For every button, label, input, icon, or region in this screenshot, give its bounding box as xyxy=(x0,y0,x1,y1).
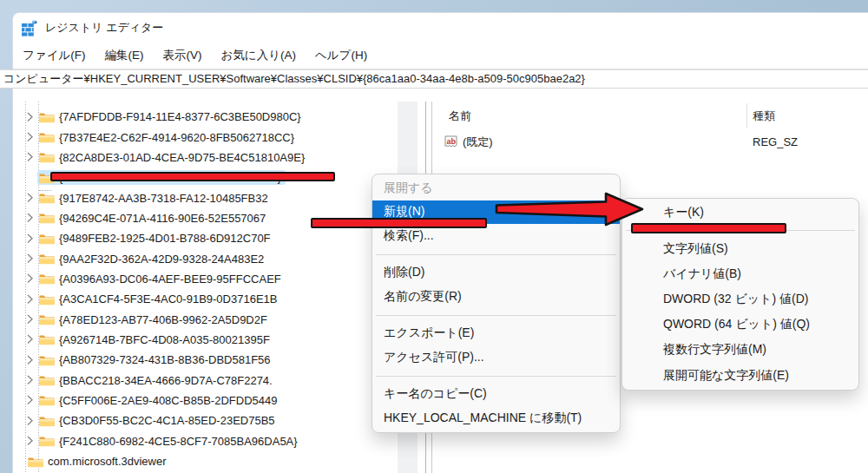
tree-item[interactable]: {9AA2F32D-362A-42D9-9328-24A483E2 xyxy=(13,248,398,268)
submenu-item-dword-value[interactable]: DWORD (32 ビット) 値(D) xyxy=(622,286,858,312)
folder-icon xyxy=(39,233,55,245)
registry-editor-icon xyxy=(21,20,37,36)
tree-item[interactable]: {A0396A93-DC06-4AEF-BEE9-95FFCCAEF xyxy=(13,269,398,289)
folder-icon xyxy=(39,415,55,427)
annotation-underline-key xyxy=(631,223,786,233)
svg-text:ab: ab xyxy=(446,137,456,146)
menu-help[interactable]: ヘルプ(H) xyxy=(306,44,377,67)
folder-icon xyxy=(39,354,55,366)
tree-item[interactable]: {F241C880-6982-4CE5-8CF7-7085BA96DA5A} xyxy=(13,431,398,451)
tree-item[interactable]: com.microsoft.3dviewer xyxy=(13,451,398,471)
menu-edit[interactable]: 編集(E) xyxy=(95,44,154,67)
tree-item[interactable]: {A78ED123-AB77-406B-9962-2A5D9D2F xyxy=(13,309,398,329)
value-type: REG_SZ xyxy=(753,135,798,148)
menu-view[interactable]: 表示(V) xyxy=(154,44,212,67)
menu-item-delete[interactable]: 削除(D) xyxy=(372,261,620,286)
tree-item-label: {A3CA1CF4-5F3E-4AC0-91B9-0D3716E1B xyxy=(59,292,277,305)
annotation-underline-selected-key xyxy=(50,172,335,181)
submenu-item-string-value[interactable]: 文字列値(S) xyxy=(622,236,858,261)
tree-item[interactable]: {BBACC218-34EA-4666-9D7A-C78F2274. xyxy=(13,370,398,390)
submenu-item-binary-value[interactable]: バイナリ値(B) xyxy=(622,261,858,286)
tree-item-label: {94269C4E-071A-4116-90E6-52E557067 xyxy=(59,212,266,225)
folder-icon xyxy=(39,151,55,163)
tree-item-label: {82CA8DE3-01AD-4CEA-9D75-BE4C51810A9E} xyxy=(59,151,305,164)
menu-item-rename[interactable]: 名前の変更(R) xyxy=(372,285,620,309)
folder-icon xyxy=(39,394,55,406)
folder-icon xyxy=(39,212,55,224)
column-header-name[interactable]: 名前 xyxy=(449,105,471,127)
submenu-item-qword-value[interactable]: QWORD (64 ビット) 値(Q) xyxy=(622,312,858,338)
desktop: レジストリ エディター ファイル(F) 編集(E) 表示(V) お気に入り(A)… xyxy=(0,0,868,473)
tree-item-label: {C5FF006E-2AE9-408C-B85B-2DFDD5449 xyxy=(59,394,277,407)
tree-item-label: {F241C880-6982-4CE5-8CF7-7085BA96DA5A} xyxy=(59,435,298,448)
folder-icon xyxy=(28,456,43,468)
tree-item-label: {CB3D0F55-BC2C-4C1A-85ED-23ED75B5 xyxy=(59,414,275,427)
value-name: (既定) xyxy=(463,135,493,150)
tree-item[interactable]: {7AFDFDDB-F914-11E4-8377-6C3BE50D980C} xyxy=(13,107,398,127)
tree-item[interactable]: {917E8742-AA3B-7318-FA12-10485FB32 xyxy=(13,187,398,207)
folder-icon xyxy=(39,374,55,386)
annotation-arrow xyxy=(493,189,648,231)
menu-item-copy-key-name[interactable]: キー名のコピー(C) xyxy=(372,383,620,407)
tree-item[interactable]: {A926714B-7BFC-4D08-A035-80021395F xyxy=(13,330,398,350)
folder-icon xyxy=(39,192,55,204)
tree-item-label: {A0396A93-DC06-4AEF-BEE9-95FFCCAEF xyxy=(59,273,281,286)
menu-separator xyxy=(376,376,616,377)
menu-item-goto-hklm[interactable]: HKEY_LOCAL_MACHINE に移動(T) xyxy=(372,406,620,430)
submenu-item-key[interactable]: キー(K) xyxy=(622,200,858,225)
tree-item-label: {9489FEB2-1925-4D01-B788-6D912C70F xyxy=(59,232,271,245)
tree-rows: {7AFDFDDB-F914-11E4-8377-6C3BE50D980C} {… xyxy=(13,107,398,473)
tree-item[interactable]: {A3CA1CF4-5F3E-4AC0-91B9-0D3716E1B xyxy=(13,289,398,309)
folder-icon xyxy=(39,131,55,143)
string-value-icon: ab xyxy=(444,135,459,148)
tree-item[interactable]: {82CA8DE3-01AD-4CEA-9D75-BE4C51810A9E} xyxy=(13,148,398,168)
folder-icon xyxy=(39,313,55,325)
title-bar: レジストリ エディター xyxy=(13,13,868,43)
tree-item[interactable]: {CB3D0F55-BC2C-4C1A-85ED-23ED75B5 xyxy=(13,411,398,430)
tree-item[interactable]: {C5FF006E-2AE9-408C-B85B-2DFDD5449 xyxy=(13,391,398,411)
tree-item[interactable]: {9489FEB2-1925-4D01-B788-6D912C70F xyxy=(13,228,398,248)
menu-item-export[interactable]: エクスポート(E) xyxy=(372,322,620,346)
menu-bar: ファイル(F) 編集(E) 表示(V) お気に入り(A) ヘルプ(H) xyxy=(13,43,868,69)
folder-icon xyxy=(39,333,55,345)
column-header-type[interactable]: 種類 xyxy=(753,105,775,127)
registry-tree-pane: {7AFDFDDB-F914-11E4-8377-6C3BE50D980C} {… xyxy=(13,102,398,473)
submenu-item-multi-string-value[interactable]: 複数行文字列値(M) xyxy=(622,338,858,363)
address-bar[interactable]: コンピューター¥HKEY_CURRENT_USER¥Software¥Class… xyxy=(0,69,868,89)
tree-item-label: com.microsoft.3dviewer xyxy=(48,455,167,468)
annotation-underline-new xyxy=(311,218,487,228)
menu-item-permissions[interactable]: アクセス許可(P)... xyxy=(372,345,620,370)
tree-item-label: {BBACC218-34EA-4666-9D7A-C78F2274. xyxy=(59,374,273,387)
folder-icon xyxy=(39,273,55,285)
tree-item-label: {7AFDFDDB-F914-11E4-8377-6C3BE50D980C} xyxy=(59,110,301,123)
address-path: コンピューター¥HKEY_CURRENT_USER¥Software¥Class… xyxy=(3,71,585,87)
value-row-default[interactable]: ab (既定) REG_SZ xyxy=(444,133,868,151)
tree-item-label: {917E8742-AA3B-7318-FA12-10485FB32 xyxy=(59,192,268,205)
tree-item[interactable]: {7B37E4E2-C62F-4914-9620-8FB5062718CC} xyxy=(13,127,398,147)
submenu-item-expandable-string-value[interactable]: 展開可能な文字列値(E) xyxy=(622,363,858,388)
tree-item[interactable]: {AB807329-7324-431B-8B36-DBD581F56 xyxy=(13,350,398,370)
tree-item-label: {A926714B-7BFC-4D08-A035-80021395F xyxy=(59,333,270,346)
window-title: レジストリ エディター xyxy=(45,20,163,36)
menu-separator xyxy=(376,315,616,316)
menu-separator xyxy=(376,254,616,255)
tree-item-label: {7B37E4E2-C62F-4914-9620-8FB5062718CC} xyxy=(59,131,294,144)
tree-item-label: {A78ED123-AB77-406B-9962-2A5D9D2F xyxy=(59,313,267,326)
tree-item-label: {9AA2F32D-362A-42D9-9328-24A483E2 xyxy=(59,253,264,266)
menu-favorites[interactable]: お気に入り(A) xyxy=(212,44,306,67)
column-divider[interactable] xyxy=(746,103,747,128)
folder-icon xyxy=(39,293,55,305)
tree-item-label: {AB807329-7324-431B-8B36-DBD581F56 xyxy=(59,353,271,366)
folder-icon xyxy=(39,111,55,123)
folder-icon xyxy=(39,435,55,447)
menu-file[interactable]: ファイル(F) xyxy=(13,44,95,67)
folder-icon xyxy=(39,253,55,265)
